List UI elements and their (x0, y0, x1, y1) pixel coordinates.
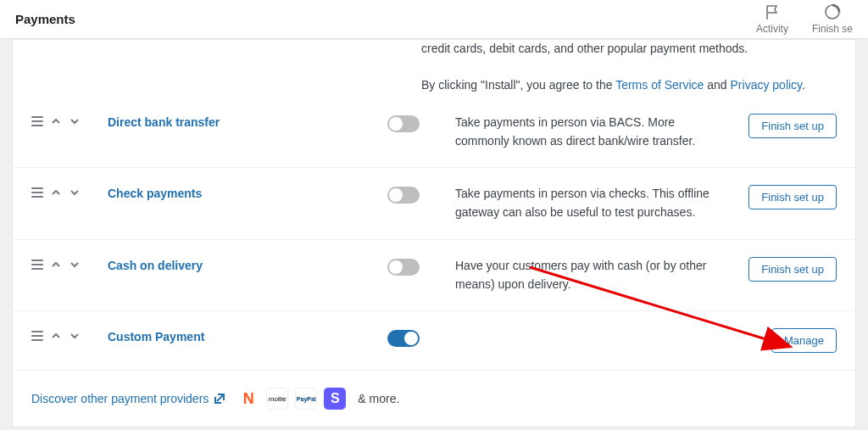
manage-button[interactable]: Manage (771, 328, 837, 353)
method-title-link[interactable]: Cash on delivery (108, 259, 203, 272)
toggle-cell (387, 185, 438, 204)
install-agree-prefix: By clicking "Install", you agree to the (421, 78, 615, 92)
partial-description: credit cards, debit cards, and other pop… (421, 40, 837, 95)
move-up-icon[interactable] (50, 330, 62, 342)
toggle-cell (387, 114, 438, 132)
move-down-icon[interactable] (69, 259, 81, 271)
finish-setup-label: Finish se (812, 23, 853, 35)
move-down-icon[interactable] (69, 115, 81, 127)
and-text: and (707, 78, 730, 92)
enable-toggle[interactable] (387, 330, 420, 347)
action-cell: Manage (743, 328, 837, 353)
topbar-actions: Activity Finish se (756, 3, 853, 35)
discover-row: Discover other payment providers N molli… (13, 370, 855, 427)
reorder-controls (31, 328, 91, 342)
page-title: Payments (15, 12, 75, 26)
method-title-link[interactable]: Direct bank transfer (108, 115, 220, 129)
move-down-icon[interactable] (69, 187, 81, 198)
finish-setup-button[interactable]: Finish se (812, 3, 853, 35)
activity-button[interactable]: Activity (756, 3, 788, 35)
payment-methods-panel: credit cards, debit cards, and other pop… (12, 39, 856, 427)
finish-setup-button[interactable]: Finish set up (748, 257, 837, 282)
privacy-policy-link[interactable]: Privacy policy (731, 78, 803, 92)
method-title-link[interactable]: Check payments (108, 187, 202, 200)
method-title-cell: Direct bank transfer (108, 114, 370, 129)
payment-method-row: Check payments Take payments in person v… (13, 167, 855, 238)
enable-toggle[interactable] (387, 259, 420, 276)
move-up-icon[interactable] (50, 115, 62, 127)
partial-top-row: credit cards, debit cards, and other pop… (13, 40, 855, 114)
progress-circle-icon (824, 3, 841, 20)
terms-of-service-link[interactable]: Terms of Service (615, 78, 704, 92)
drag-handle-icon[interactable] (31, 260, 43, 270)
action-cell: Finish set up (743, 114, 837, 138)
discover-link-text: Discover other payment providers (31, 392, 209, 405)
admin-topbar: Payments Activity Finish se (0, 0, 868, 39)
method-title-cell: Check payments (108, 185, 370, 200)
payment-method-row: Custom Payment Manage (13, 310, 855, 370)
reorder-controls (31, 185, 91, 198)
action-cell: Finish set up (743, 185, 837, 209)
activity-label: Activity (756, 23, 788, 35)
provider-icon-mollie: mollie (266, 388, 288, 410)
period: . (802, 78, 805, 92)
move-up-icon[interactable] (50, 187, 62, 198)
method-description: Take payments in person via checks. This… (455, 185, 726, 221)
method-title-cell: Cash on delivery (108, 257, 370, 272)
finish-setup-button[interactable]: Finish set up (748, 114, 837, 138)
provider-icon-stripe: S (324, 388, 346, 410)
drag-handle-icon[interactable] (31, 116, 43, 126)
action-cell: Finish set up (743, 257, 837, 282)
partial-desc-text: credit cards, debit cards, and other pop… (421, 42, 748, 55)
external-link-icon (214, 393, 225, 405)
reorder-controls (31, 114, 91, 127)
discover-providers-link[interactable]: Discover other payment providers (31, 392, 225, 405)
enable-toggle[interactable] (387, 115, 420, 132)
toggle-cell (387, 328, 438, 347)
provider-icon-paypal: PayPal (295, 388, 317, 410)
enable-toggle[interactable] (387, 187, 420, 204)
move-up-icon[interactable] (50, 259, 62, 271)
payment-method-row: Direct bank transfer Take payments in pe… (13, 114, 855, 167)
payment-method-row: Cash on delivery Have your customers pay… (13, 239, 855, 310)
move-down-icon[interactable] (69, 330, 81, 342)
finish-setup-button[interactable]: Finish set up (748, 185, 837, 209)
provider-icon-n: N (237, 388, 259, 410)
method-title-cell: Custom Payment (108, 328, 370, 343)
drag-handle-icon[interactable] (31, 187, 43, 198)
flag-icon (764, 3, 781, 20)
method-description: Take payments in person via BACS. More c… (455, 114, 726, 150)
reorder-controls (31, 257, 91, 271)
method-title-link[interactable]: Custom Payment (108, 330, 204, 343)
provider-icons: N mollie PayPal S (237, 388, 346, 410)
drag-handle-icon[interactable] (31, 331, 43, 341)
method-description: Have your customers pay with cash (or by… (455, 257, 726, 293)
toggle-cell (387, 257, 438, 276)
and-more-text: & more. (358, 392, 399, 405)
